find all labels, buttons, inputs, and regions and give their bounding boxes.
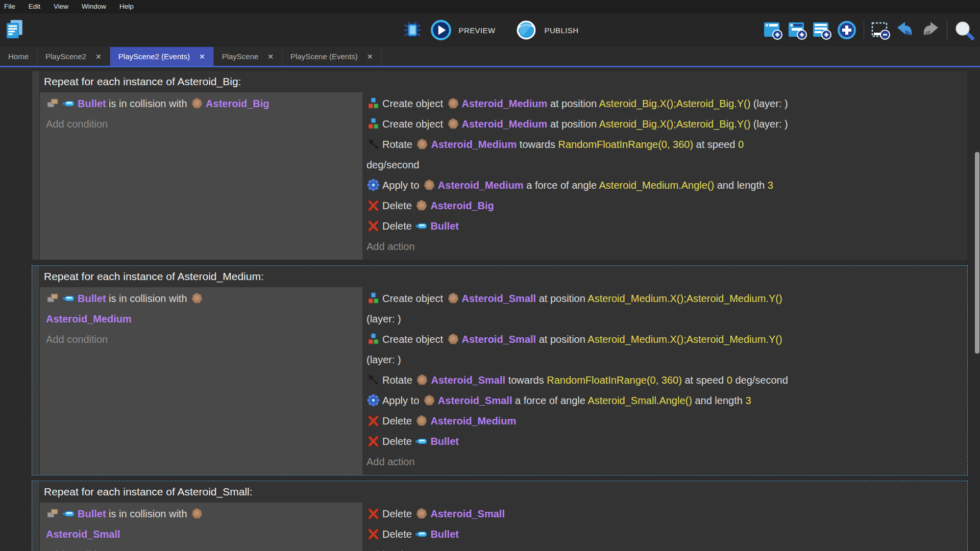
action-row-line: Delete Asteroid_Small xyxy=(366,504,964,524)
add-condition-button[interactable]: Add condition xyxy=(46,114,359,134)
undo-icon[interactable] xyxy=(895,19,916,41)
bullet-icon xyxy=(62,506,75,519)
condition-row[interactable]: Bullet is in collision with Asteroid_Med… xyxy=(46,288,359,329)
menu-view[interactable]: View xyxy=(54,3,68,10)
add-comment-icon[interactable] xyxy=(812,19,833,41)
event-body: Repeat for each instance of Asteroid_Big… xyxy=(40,71,967,260)
text: is in collision with xyxy=(106,98,190,109)
action-row[interactable]: Create object Asteroid_Medium at positio… xyxy=(366,114,964,134)
tab-close-icon[interactable]: ✕ xyxy=(199,53,205,61)
redo-icon[interactable] xyxy=(919,19,941,41)
add-action-button[interactable]: Add action xyxy=(366,544,964,551)
action-row[interactable]: Delete Asteroid_Medium xyxy=(366,411,964,431)
event-header[interactable]: Repeat for each instance of Asteroid_Big… xyxy=(40,71,967,92)
text: Create object xyxy=(382,293,446,304)
expression: RandomFloatInRange(0, 360) xyxy=(558,139,693,150)
action-row[interactable]: Delete Bullet xyxy=(366,431,964,452)
bullet-icon xyxy=(415,218,428,231)
tab-home[interactable]: Home xyxy=(0,47,37,66)
action-row[interactable]: Rotate Asteroid_Small towards RandomFloa… xyxy=(366,370,964,390)
add-sub-event-icon[interactable] xyxy=(787,19,808,41)
object-name: Asteroid_Small xyxy=(431,374,505,386)
action-row[interactable]: Apply to Asteroid_Medium a force of angl… xyxy=(366,175,964,195)
tab-label: PlayScene (Events) xyxy=(290,52,358,61)
action-row[interactable]: Delete Bullet xyxy=(366,216,964,236)
action-row-line: Delete Asteroid_Medium xyxy=(366,411,964,431)
object-name: Asteroid_Small xyxy=(438,395,512,406)
tab-close-icon[interactable]: ✕ xyxy=(95,53,102,61)
event-header[interactable]: Repeat for each instance of Asteroid_Sma… xyxy=(40,481,967,503)
tab-label: Home xyxy=(8,52,29,61)
object-name: Asteroid_Small xyxy=(462,334,536,345)
action-row[interactable]: Delete Bullet xyxy=(366,524,964,544)
add-action-button[interactable]: Add action xyxy=(366,236,964,257)
project-manager-icon[interactable] xyxy=(4,18,26,40)
text: at position xyxy=(547,118,599,130)
tab-playscene2-events-[interactable]: PlayScene2 (Events)✕ xyxy=(110,47,214,66)
actions-column: Create object Asteroid_Small at position… xyxy=(362,287,967,475)
add-other-event-icon[interactable] xyxy=(836,19,857,41)
tab-close-icon[interactable]: ✕ xyxy=(267,53,274,61)
rotate-icon xyxy=(367,372,380,385)
asteroid-icon xyxy=(190,96,203,109)
condition-row-line: Asteroid_Small xyxy=(46,524,359,544)
tab-playscene[interactable]: PlayScene✕ xyxy=(214,47,282,66)
expression: Asteroid_Big.X();Asteroid_Big.Y() xyxy=(599,118,751,130)
action-row-line: Delete Bullet xyxy=(366,524,964,544)
create-icon xyxy=(367,116,380,129)
collision-icon xyxy=(46,291,59,304)
menu-file[interactable]: File xyxy=(4,3,15,10)
publish-button[interactable]: PUBLISH xyxy=(544,26,578,35)
preview-button[interactable]: PREVIEW xyxy=(459,26,496,35)
tab-close-icon[interactable]: ✕ xyxy=(367,53,373,61)
tab-playscene2[interactable]: PlayScene2✕ xyxy=(37,47,110,66)
menu-window[interactable]: Window xyxy=(82,3,106,10)
object-name: Asteroid_Medium xyxy=(46,313,132,324)
tab-playscene-events-[interactable]: PlayScene (Events)✕ xyxy=(282,47,381,66)
object-name: Asteroid_Medium xyxy=(430,415,516,427)
text: at speed xyxy=(693,139,738,150)
text: Delete xyxy=(382,415,414,427)
action-row[interactable]: Create object Asteroid_Small at position… xyxy=(366,329,964,370)
action-row[interactable]: Delete Asteroid_Big xyxy=(366,195,964,216)
menu-edit[interactable]: Edit xyxy=(29,3,40,10)
object-name: Asteroid_Medium xyxy=(431,139,517,150)
add-condition-button[interactable]: Add condition xyxy=(46,544,359,551)
add-condition-button[interactable]: Add condition xyxy=(46,329,359,349)
action-row-line: Delete Bullet xyxy=(366,216,964,236)
menu-help[interactable]: Help xyxy=(119,3,134,10)
text: Apply to xyxy=(382,395,422,406)
tab-bar: HomePlayScene2✕PlayScene2 (Events)✕PlayS… xyxy=(0,47,980,66)
event-drag-handle[interactable] xyxy=(32,481,40,551)
condition-row[interactable]: Bullet is in collision with Asteroid_Sma… xyxy=(46,504,359,544)
event-drag-handle[interactable] xyxy=(32,266,40,475)
delete-icon xyxy=(367,506,380,519)
search-icon[interactable] xyxy=(953,19,975,41)
text: is in collision with xyxy=(106,293,190,304)
action-row[interactable]: Delete Asteroid_Small xyxy=(366,504,964,524)
asteroid-icon xyxy=(415,413,428,426)
add-action-button[interactable]: Add action xyxy=(366,452,964,472)
asteroid-icon xyxy=(447,116,459,129)
delete-icon xyxy=(367,527,380,539)
event-block-1: Repeat for each instance of Asteroid_Big… xyxy=(32,70,968,260)
menu-bar: FileEditViewWindowHelp xyxy=(0,0,980,13)
vertical-scrollbar[interactable] xyxy=(975,152,979,354)
action-row[interactable]: Apply to Asteroid_Small a force of angle… xyxy=(366,390,964,411)
action-row[interactable]: Create object Asteroid_Medium at positio… xyxy=(366,93,964,114)
expression: Asteroid_Medium.X();Asteroid_Medium.Y() xyxy=(587,293,782,304)
debugger-icon[interactable] xyxy=(402,19,423,41)
event-drag-handle[interactable] xyxy=(32,71,40,260)
remove-event-icon[interactable] xyxy=(870,19,892,41)
event-header[interactable]: Repeat for each instance of Asteroid_Med… xyxy=(40,266,967,287)
preview-play-icon[interactable] xyxy=(430,19,452,41)
publish-globe-icon[interactable] xyxy=(516,19,537,41)
action-row[interactable]: Create object Asteroid_Small at position… xyxy=(366,288,964,329)
condition-row[interactable]: Bullet is in collision with Asteroid_Big xyxy=(46,93,359,114)
object-name: Bullet xyxy=(430,436,459,447)
actions-column: Create object Asteroid_Medium at positio… xyxy=(362,92,967,260)
condition-row-line: Bullet is in collision with xyxy=(46,288,359,309)
text: a force of angle xyxy=(512,395,587,406)
action-row[interactable]: Rotate Asteroid_Medium towards RandomFlo… xyxy=(366,134,964,175)
add-event-icon[interactable] xyxy=(763,19,784,41)
